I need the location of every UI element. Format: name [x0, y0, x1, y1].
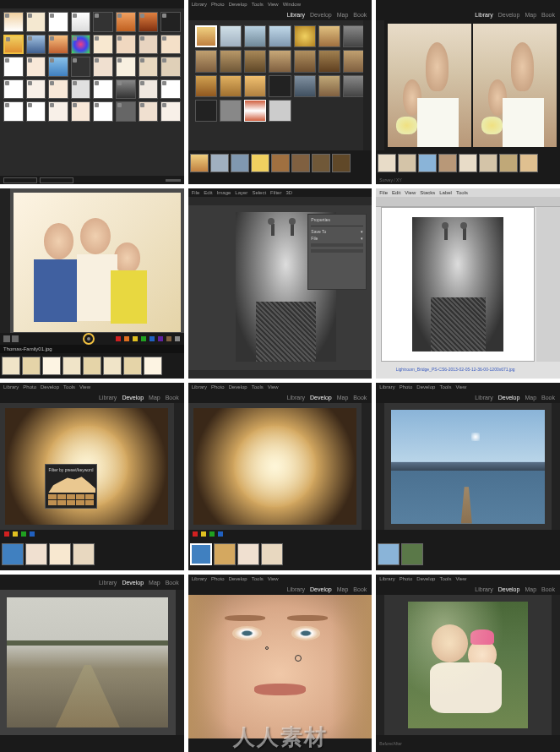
thumb[interactable]: [3, 79, 24, 100]
preview-canvas[interactable]: [381, 207, 535, 362]
thumb[interactable]: [220, 100, 242, 122]
color-label[interactable]: [209, 531, 215, 537]
thumb[interactable]: [93, 57, 113, 77]
image-canvas[interactable]: [188, 403, 362, 530]
thumb[interactable]: [139, 79, 159, 100]
film-thumb[interactable]: [237, 543, 259, 565]
module-develop[interactable]: Develop: [498, 395, 520, 401]
right-panel[interactable]: [536, 207, 560, 362]
module-library[interactable]: Library: [287, 586, 305, 592]
film-thumb[interactable]: [378, 154, 396, 172]
film-thumb[interactable]: [519, 154, 538, 172]
color-label[interactable]: [158, 336, 163, 341]
thumb[interactable]: [26, 35, 46, 55]
filmstrip[interactable]: [376, 150, 560, 176]
color-label[interactable]: [13, 531, 18, 537]
color-label[interactable]: [201, 531, 206, 537]
image-canvas[interactable]: [10, 188, 184, 336]
module-library[interactable]: Library: [99, 580, 117, 586]
image-canvas[interactable]: [0, 590, 176, 735]
thumb[interactable]: [294, 25, 316, 47]
thumb[interactable]: [139, 57, 159, 77]
film-thumb[interactable]: [418, 154, 437, 172]
thumb[interactable]: [318, 75, 340, 97]
thumb[interactable]: [71, 35, 91, 55]
film-thumb[interactable]: [438, 154, 457, 172]
options-bar[interactable]: [188, 197, 372, 205]
module-picker[interactable]: Library Develop Map Book: [376, 391, 560, 403]
film-thumb[interactable]: [2, 357, 20, 375]
color-label[interactable]: [21, 531, 26, 537]
color-label[interactable]: [193, 531, 198, 537]
thumb[interactable]: [93, 79, 113, 100]
slider[interactable]: [311, 243, 363, 247]
color-label[interactable]: [150, 336, 155, 341]
path-bar[interactable]: [376, 197, 560, 207]
module-book[interactable]: Book: [353, 395, 367, 401]
thumb[interactable]: [116, 57, 136, 77]
highlighted-tool[interactable]: [83, 333, 95, 345]
film-thumb[interactable]: [210, 154, 229, 172]
filmstrip[interactable]: [188, 150, 372, 176]
filmstrip[interactable]: [376, 538, 560, 570]
module-picker[interactable]: Library Develop Map Book: [0, 391, 184, 403]
right-panel[interactable]: [174, 403, 184, 530]
film-thumb[interactable]: [291, 154, 310, 172]
thumb[interactable]: [26, 101, 46, 122]
filmstrip[interactable]: [0, 538, 184, 570]
menubar-bridge[interactable]: [0, 0, 184, 8]
thumb[interactable]: [318, 50, 340, 72]
module-book[interactable]: Book: [353, 12, 367, 18]
thumb[interactable]: [160, 57, 181, 77]
thumb[interactable]: [139, 12, 159, 32]
spot-marker[interactable]: [265, 646, 269, 650]
film-thumb[interactable]: [123, 357, 142, 375]
filmstrip[interactable]: [0, 353, 184, 379]
left-panel[interactable]: [376, 20, 384, 150]
module-picker[interactable]: Library Develop Map Book: [376, 583, 560, 595]
film-thumb[interactable]: [398, 154, 416, 172]
filmstrip[interactable]: [188, 538, 372, 570]
thumb[interactable]: [3, 101, 24, 122]
module-map[interactable]: Map: [525, 12, 536, 18]
thumb[interactable]: [139, 35, 159, 55]
module-develop[interactable]: Develop: [498, 586, 520, 592]
thumb[interactable]: [160, 35, 181, 55]
menubar-lr[interactable]: LibraryPhotoDevelopToolsViewWindow: [188, 0, 372, 8]
module-picker[interactable]: Library Develop Map Book: [188, 583, 372, 595]
survey-photo[interactable]: [388, 24, 471, 147]
thumb[interactable]: [71, 79, 91, 100]
thumb[interactable]: [269, 75, 291, 97]
color-label[interactable]: [124, 336, 129, 341]
thumb[interactable]: [48, 57, 68, 77]
menubar-lr[interactable]: LibraryPhotoDevelopToolsView: [188, 575, 372, 583]
thumb[interactable]: [139, 101, 159, 122]
right-panel[interactable]: [362, 403, 372, 530]
film-thumb[interactable]: [190, 154, 209, 172]
right-panel[interactable]: [363, 20, 372, 150]
film-thumb[interactable]: [271, 154, 290, 172]
thumb[interactable]: [26, 79, 46, 100]
left-panel[interactable]: [376, 595, 384, 735]
thumb[interactable]: [93, 101, 113, 122]
thumb[interactable]: [269, 100, 291, 122]
film-thumb[interactable]: [22, 357, 41, 375]
thumb[interactable]: [244, 75, 266, 97]
thumb[interactable]: [3, 35, 24, 55]
thumb[interactable]: [343, 75, 365, 97]
film-thumb[interactable]: [231, 154, 249, 172]
thumb[interactable]: [48, 12, 68, 32]
module-picker[interactable]: Library Develop Map Book: [0, 575, 184, 590]
tool-icon[interactable]: [12, 335, 19, 342]
thumb[interactable]: [244, 50, 266, 72]
module-map[interactable]: Map: [337, 12, 349, 18]
menubar-lr[interactable]: LibraryPhotoDevelopToolsView: [376, 383, 560, 391]
thumb[interactable]: [220, 50, 242, 72]
thumb[interactable]: [3, 12, 24, 32]
module-picker[interactable]: Library Develop Map Book: [188, 8, 372, 20]
film-thumb[interactable]: [103, 357, 122, 375]
thumb[interactable]: [116, 35, 136, 55]
filter-field[interactable]: [3, 177, 37, 183]
menubar-lr[interactable]: LibraryPhotoDevelopToolsView: [376, 575, 560, 583]
module-library[interactable]: Library: [475, 12, 492, 18]
